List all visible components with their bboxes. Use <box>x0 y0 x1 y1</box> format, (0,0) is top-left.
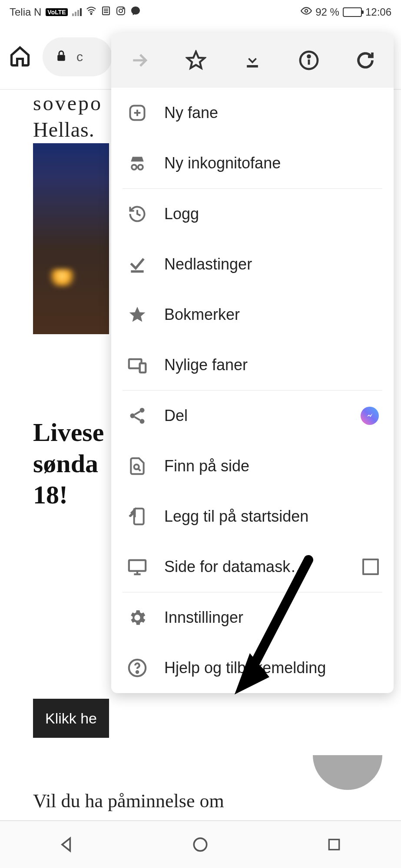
menu-label: Del <box>164 407 345 425</box>
menu-label: Nylige faner <box>164 356 379 374</box>
nav-home-button[interactable] <box>187 832 213 858</box>
cards-icon <box>101 6 111 19</box>
svg-point-20 <box>138 165 143 170</box>
heading-line3: 18! <box>33 479 104 510</box>
svg-marker-44 <box>62 838 70 851</box>
add-to-home-icon <box>126 505 149 528</box>
svg-point-0 <box>90 13 92 15</box>
page-heading: Livese sønda 18! <box>33 417 104 510</box>
menu-item-settings[interactable]: Innstillinger <box>111 592 394 643</box>
svg-line-33 <box>139 469 141 471</box>
bookmark-star-button[interactable] <box>182 46 210 75</box>
menu-item-add-home[interactable]: Legg til på startsiden <box>111 491 394 542</box>
menu-label: Hjelp og tilbakemelding <box>164 659 379 677</box>
cta-button[interactable]: Klikk he <box>33 699 109 738</box>
menu-item-recent-tabs[interactable]: Nylige faner <box>111 340 394 390</box>
home-button[interactable] <box>9 45 35 69</box>
svg-rect-9 <box>57 55 65 61</box>
carrier-label: Telia N <box>10 6 41 18</box>
find-in-page-icon <box>126 455 149 477</box>
address-bar[interactable]: c <box>43 37 112 76</box>
svg-line-30 <box>135 411 140 414</box>
nav-recents-button[interactable] <box>321 832 347 858</box>
battery-icon <box>343 7 362 17</box>
svg-rect-46 <box>329 839 339 849</box>
help-icon <box>126 657 149 679</box>
status-bar: Telia N VoLTE 92 % 12:06 <box>0 0 401 24</box>
svg-marker-23 <box>129 307 146 322</box>
clock-label: 12:06 <box>365 6 391 18</box>
wifi-icon <box>86 6 96 19</box>
system-nav-bar <box>0 820 401 868</box>
instagram-icon <box>116 6 126 19</box>
plus-box-icon <box>126 102 149 124</box>
svg-point-28 <box>130 414 135 418</box>
menu-label: Innstillinger <box>164 608 379 627</box>
menu-item-help[interactable]: Hjelp og tilbakemelding <box>111 643 394 693</box>
menu-label: Side for datamask… <box>164 558 347 576</box>
history-icon <box>126 203 149 225</box>
star-icon <box>126 303 149 326</box>
heading-line2: sønda <box>33 448 104 479</box>
menu-label: Logg <box>164 205 379 223</box>
volte-badge: VoLTE <box>46 8 67 16</box>
devices-icon <box>126 354 149 376</box>
menu-item-downloads[interactable]: Nedlastinger <box>111 239 394 289</box>
article-image <box>33 143 109 334</box>
gear-icon <box>126 606 149 629</box>
svg-point-27 <box>140 408 145 413</box>
menu-item-bookmarks[interactable]: Bokmerker <box>111 289 394 340</box>
menu-item-incognito[interactable]: Ny inkognitofane <box>111 138 394 188</box>
eye-icon <box>301 5 312 19</box>
menu-label: Ny inkognitofane <box>164 154 379 172</box>
messenger-icon[interactable] <box>361 407 379 425</box>
svg-line-31 <box>135 417 140 420</box>
share-icon <box>126 404 149 427</box>
forward-button[interactable] <box>126 46 154 75</box>
download-button[interactable] <box>239 46 267 75</box>
page-footer-text: Vil du ha påminnelse om <box>33 790 224 812</box>
url-text: c <box>76 49 83 64</box>
menu-label: Ny fane <box>164 104 379 122</box>
svg-rect-12 <box>247 65 258 68</box>
incognito-icon <box>126 152 149 174</box>
menu-label: Bokmerker <box>164 306 379 324</box>
menu-item-find[interactable]: Finn på side <box>111 441 394 491</box>
menu-item-desktop-site[interactable]: Side for datamask… <box>111 542 394 592</box>
svg-point-7 <box>123 8 123 9</box>
reload-button[interactable] <box>351 46 380 75</box>
desktop-icon <box>126 556 149 578</box>
svg-marker-11 <box>187 52 205 68</box>
menu-item-history[interactable]: Logg <box>111 189 394 239</box>
lock-icon <box>55 49 68 64</box>
svg-point-29 <box>140 419 145 424</box>
svg-point-40 <box>136 671 138 673</box>
menu-label: Finn på side <box>164 457 379 475</box>
desktop-site-checkbox[interactable] <box>362 559 379 575</box>
heading-line1: Livese <box>33 417 104 448</box>
menu-item-share[interactable]: Del <box>111 391 394 441</box>
lamp-glow <box>48 269 76 286</box>
svg-point-32 <box>134 464 139 469</box>
svg-point-8 <box>305 10 308 13</box>
messenger-status-icon <box>130 6 141 19</box>
check-underline-icon <box>126 253 149 276</box>
battery-percent: 92 % <box>315 6 339 18</box>
menu-top-row <box>111 33 394 88</box>
svg-point-19 <box>132 165 136 170</box>
signal-icon <box>72 8 82 16</box>
nav-back-button[interactable] <box>54 832 80 858</box>
menu-label: Legg til på startsiden <box>164 507 379 526</box>
svg-point-6 <box>119 9 123 13</box>
overflow-menu: Ny fane Ny inkognitofane Logg Nedlasting… <box>111 33 394 693</box>
menu-label: Nedlastinger <box>164 255 379 273</box>
svg-rect-36 <box>129 560 146 571</box>
info-button[interactable] <box>295 46 323 75</box>
menu-item-new-tab[interactable]: Ny fane <box>111 88 394 138</box>
svg-point-15 <box>308 56 310 58</box>
svg-point-45 <box>194 838 207 851</box>
